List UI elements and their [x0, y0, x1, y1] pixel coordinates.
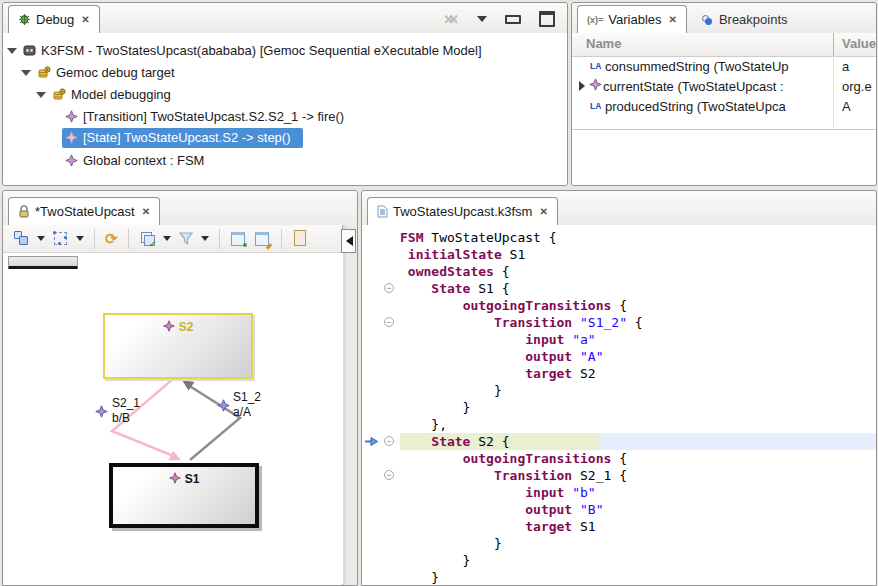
view-menu-icon[interactable] [477, 16, 487, 27]
code-line[interactable]: } [362, 569, 876, 585]
refresh-diagram-icon[interactable]: ⟳ [105, 230, 118, 247]
debug-tree-row[interactable]: Gemoc debug target [3, 61, 567, 83]
launch-config-icon [23, 44, 36, 57]
tab-variables[interactable]: (x)= Variables ✕ [577, 5, 687, 34]
minimize-icon[interactable] [505, 15, 521, 24]
details-pane-splitter[interactable] [572, 129, 876, 130]
column-header-name[interactable]: Name [586, 36, 621, 51]
fold-collapse-icon[interactable]: − [384, 436, 394, 446]
show-properties-icon[interactable] [230, 230, 247, 247]
palette-collapsed-strip[interactable] [342, 225, 357, 585]
code-line[interactable]: − State S1 { [362, 280, 876, 297]
variables-view-panel: (x)= Variables ✕ Breakpoints Name Value … [571, 2, 877, 186]
close-icon[interactable]: ✕ [142, 206, 150, 217]
code-line[interactable]: } [362, 535, 876, 552]
remove-all-terminated-icon[interactable]: ✕✕ [443, 12, 459, 27]
debug-tree-label: Model debugging [71, 87, 171, 102]
debug-tab-label: Debug [36, 12, 74, 27]
fold-collapse-icon[interactable]: − [384, 283, 394, 293]
code-line[interactable]: FSM TwoStateUpcast { [362, 229, 876, 246]
code-line[interactable]: output "A" [362, 348, 876, 365]
debug-view-panel: Debug ✕ ✕✕ K3FSM - TwoStatesUpcast(ababa… [2, 2, 568, 186]
palette-expand-button[interactable] [341, 229, 356, 253]
transition-s2-1-label[interactable]: S2_1 b/B [112, 396, 140, 426]
paste-icon[interactable] [292, 230, 309, 247]
code-line[interactable]: ownedStates { [362, 263, 876, 280]
code-line[interactable]: } [362, 382, 876, 399]
tree-expander-icon[interactable] [7, 45, 18, 56]
code-line[interactable]: input "a" [362, 331, 876, 348]
selected-stack-frame[interactable]: [State] TwoStateUpcast.S2 -> step() [62, 128, 303, 148]
variable-name: consummedString (TwoStateUp [605, 59, 827, 74]
editor-margin [362, 365, 400, 382]
transition-edges [4, 253, 343, 584]
editor-margin: − [362, 467, 400, 484]
arrange-all-icon[interactable] [13, 230, 30, 247]
tree-expander-icon[interactable] [21, 67, 32, 78]
state-node-s2[interactable]: S2 [103, 313, 253, 379]
code-line[interactable]: } [362, 552, 876, 569]
code-line[interactable]: initialState S1 [362, 246, 876, 263]
editor-margin [362, 416, 400, 433]
code-line[interactable]: output "B" [362, 501, 876, 518]
maximize-icon[interactable] [539, 11, 555, 27]
diagram-tab-row: *TwoStateUpcast ✕ [3, 191, 357, 226]
debug-tree-row[interactable]: Global context : FSM [3, 149, 567, 171]
layers-menu-icon[interactable] [163, 236, 171, 245]
code-line[interactable]: − Transition "S1_2" { [362, 314, 876, 331]
tab-diagram[interactable]: *TwoStateUpcast ✕ [8, 197, 160, 226]
code-line[interactable]: outgoingTransitions { [362, 297, 876, 314]
row-expander-icon[interactable] [577, 81, 587, 91]
code-text: }, [400, 416, 876, 433]
debug-tree-row[interactable]: Model debugging [3, 83, 567, 105]
instruction-pointer-icon [365, 437, 378, 446]
variable-row[interactable]: currentState (TwoStateUpcast :org.e [572, 76, 876, 96]
code-line[interactable]: }, [362, 416, 876, 433]
select-align-icon[interactable] [52, 230, 69, 247]
column-header-value[interactable]: Value [842, 36, 876, 51]
code-line[interactable]: } [362, 399, 876, 416]
edit-mode-icon[interactable] [254, 230, 271, 247]
debug-tree-label: Global context : FSM [83, 153, 204, 168]
debug-tree-row[interactable]: [Transition] TwoStateUpcast.S2.S2_1 -> f… [3, 105, 567, 127]
select-menu-icon[interactable] [76, 236, 84, 245]
code-line[interactable]: target S2 [362, 365, 876, 382]
fold-collapse-icon[interactable]: − [384, 317, 394, 327]
debug-tree-row[interactable]: [State] TwoStateUpcast.S2 -> step() [3, 127, 567, 149]
layers-icon[interactable]: ✓ [139, 230, 156, 247]
tab-k3fsm-file[interactable]: TwoStatesUpcast.k3fsm ✕ [367, 197, 558, 226]
code-line[interactable]: − Transition S2_1 { [362, 467, 876, 484]
code-text: output "A" [400, 348, 876, 365]
close-icon[interactable]: ✕ [669, 14, 677, 25]
variables-table: LAconsummedString (TwoStateUpa currentSt… [572, 56, 876, 116]
debug-tab-row: Debug ✕ ✕✕ [3, 3, 567, 34]
close-icon[interactable]: ✕ [81, 14, 89, 25]
debug-tree-row[interactable]: K3FSM - TwoStatesUpcast(abababa) [Gemoc … [3, 39, 567, 61]
code-line[interactable]: target S1 [362, 518, 876, 535]
code-line[interactable]: − State S2 { [362, 433, 876, 450]
filters-menu-icon[interactable] [201, 236, 209, 245]
filters-icon[interactable] [178, 231, 194, 246]
code-area[interactable]: FSM TwoStateUpcast { initialState S1 own… [362, 225, 876, 585]
variable-row[interactable]: LAconsummedString (TwoStateUpa [572, 56, 876, 76]
code-text: target S1 [400, 518, 876, 535]
fold-collapse-icon[interactable]: − [384, 470, 394, 480]
code-line[interactable]: outgoingTransitions { [362, 450, 876, 467]
state-s1-label: S1 [185, 472, 200, 486]
state-node-s1[interactable]: S1 [109, 463, 259, 528]
tab-debug[interactable]: Debug ✕ [8, 5, 100, 34]
code-line[interactable]: input "b" [362, 484, 876, 501]
tree-expander-icon[interactable] [36, 89, 47, 100]
code-text: } [400, 399, 876, 416]
state-decorator-icon [169, 472, 181, 484]
variable-row[interactable]: LAproducedString (TwoStateUpcaA [572, 96, 876, 116]
arrange-menu-icon[interactable] [37, 236, 45, 245]
tab-breakpoints[interactable]: Breakpoints [692, 6, 797, 33]
code-editor-panel: TwoStatesUpcast.k3fsm ✕ FSM TwoStateUpca… [361, 190, 877, 586]
column-divider-handle[interactable] [833, 33, 834, 56]
lock-icon [18, 205, 30, 218]
diagram-canvas[interactable]: S2 S1 S2_1 b/B S1_2 a/A [4, 253, 343, 584]
code-text: output "B" [400, 501, 876, 518]
close-icon[interactable]: ✕ [539, 206, 547, 217]
transition-s1-2-label[interactable]: S1_2 a/A [233, 390, 261, 420]
